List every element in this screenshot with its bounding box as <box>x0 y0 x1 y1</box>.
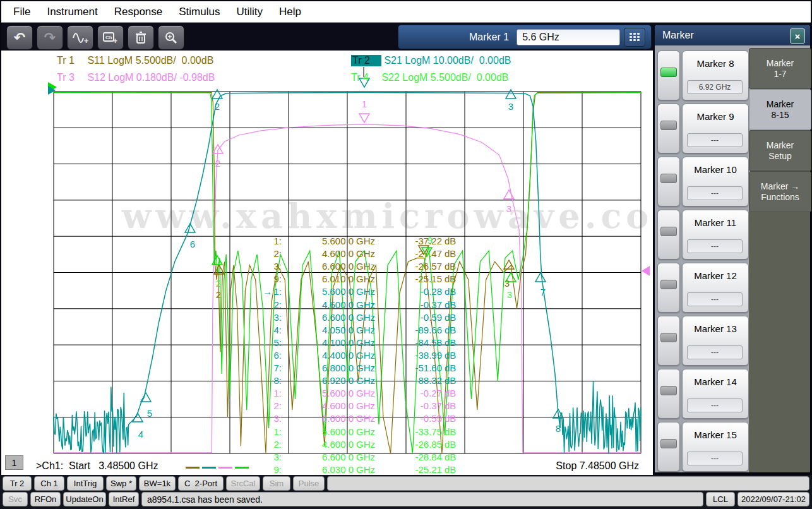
marker-index: 2: <box>258 248 282 259</box>
status-srccal[interactable]: SrcCal <box>226 476 260 491</box>
marker-frequency-unit: GHz <box>356 426 375 437</box>
marker-frequency: 4.600 0 <box>285 248 354 259</box>
marker-button-label: Marker 11 <box>683 217 748 228</box>
marker-value-unit: dB <box>445 439 456 450</box>
marker-toggle-marker-9[interactable] <box>657 104 680 153</box>
marker-index: 3: <box>258 312 282 323</box>
marker-button-value: --- <box>687 186 743 200</box>
status-intref[interactable]: IntRef <box>109 492 139 506</box>
marker-frequency-unit: GHz <box>356 273 375 284</box>
marker-index: 3: <box>258 413 282 424</box>
marker-button-value: 6.92 GHz <box>687 80 743 94</box>
status-updateon[interactable]: UpdateOn <box>63 492 106 506</box>
legend-swatch-violet <box>218 467 232 469</box>
status-tr-2[interactable]: Tr 2 <box>3 476 32 491</box>
marker-value: -0.59 <box>384 312 442 323</box>
marker-button-value: --- <box>687 452 743 465</box>
marker-9-button[interactable]: Marker 9--- <box>682 104 749 153</box>
trace-header-tr4[interactable]: Tr 4 S22 LogM 5.500dB/ 0.00dB <box>351 72 508 83</box>
toggle-led <box>660 280 677 289</box>
marker-index: 7: <box>258 362 282 373</box>
marker-frequency-unit: GHz <box>356 452 375 462</box>
marker-value: -25.21 <box>384 464 442 475</box>
marker-frequency-unit: GHz <box>356 439 375 450</box>
marker-value-unit: dB <box>445 400 456 411</box>
marker-value-unit: dB <box>445 362 456 373</box>
marker-toggle-marker-13[interactable] <box>657 316 680 366</box>
toggle-led <box>660 227 677 236</box>
tab-marker-8-15[interactable]: Marker 8-15 <box>749 89 811 130</box>
marker-toggle-marker-14[interactable] <box>657 369 680 419</box>
marker-toggle-marker-12[interactable] <box>657 263 680 313</box>
marker-toggle-marker-11[interactable] <box>657 210 680 260</box>
marker-value: -25.15 <box>384 273 442 284</box>
trace-format: S11 LogM 5.500dB/ 0.00dB <box>85 55 213 66</box>
marker-frequency: 4.600 0 <box>285 400 354 411</box>
marker-value-unit: dB <box>445 388 456 398</box>
marker-value: -33.75 <box>384 426 442 437</box>
marker-button-value: --- <box>687 239 743 253</box>
marker-index: 2: <box>258 299 282 310</box>
toggle-led <box>660 68 677 77</box>
close-icon[interactable]: × <box>790 28 805 44</box>
marker-11-button[interactable]: Marker 11--- <box>682 210 749 260</box>
marker-frequency: 5.600 0 <box>285 426 354 437</box>
marker-value: -26.85 <box>384 439 442 450</box>
marker-frequency: 4.600 0 <box>285 439 354 450</box>
marker-frequency-unit: GHz <box>356 286 375 297</box>
trace-header-tr3[interactable]: Tr 3 S12 LogM 0.180dB/ -0.98dB <box>57 72 215 83</box>
status-inttrig[interactable]: IntTrig <box>67 476 104 491</box>
marker-index: 3: <box>258 261 282 272</box>
marker-frequency: 4.600 0 <box>285 299 354 310</box>
tab-marker-setup[interactable]: Marker Setup <box>749 130 811 171</box>
marker-frequency: 4.050 0 <box>285 325 354 335</box>
marker-value: -0.28 <box>384 286 442 297</box>
marker-toggle-marker-8[interactable] <box>657 51 680 100</box>
marker-button-value: --- <box>687 398 743 412</box>
marker-8-button[interactable]: Marker 86.92 GHz <box>682 51 749 100</box>
marker-value: -37.22 <box>384 236 442 246</box>
marker-value-unit: dB <box>445 350 456 361</box>
status-bw=1k[interactable]: BW=1k <box>139 476 176 491</box>
status-pulse[interactable]: Pulse <box>293 476 325 491</box>
marker-value: -51.60 <box>384 362 442 373</box>
marker-13-button[interactable]: Marker 13--- <box>682 316 749 366</box>
marker-index: 4: <box>258 325 282 335</box>
legend-swatch-green <box>235 467 249 469</box>
marker-index: 1: <box>258 236 282 246</box>
marker-toggle-marker-15[interactable] <box>657 422 680 472</box>
marker-15-button[interactable]: Marker 15--- <box>682 422 749 472</box>
marker-index: 2: <box>258 439 282 450</box>
status-rfon[interactable]: RFOn <box>30 492 61 506</box>
status-ch-1[interactable]: Ch 1 <box>34 476 64 491</box>
marker-frequency-unit: GHz <box>356 413 375 424</box>
marker-value: -38.99 <box>384 350 442 361</box>
marker-value: -0.59 <box>384 413 442 424</box>
trace-format: S12 LogM 0.180dB/ -0.98dB <box>85 72 215 83</box>
marker-frequency-unit: GHz <box>356 236 375 246</box>
status-svc[interactable]: Svc <box>3 492 28 506</box>
marker-toggle-marker-10[interactable] <box>657 157 680 207</box>
marker-frequency: 4.400 0 <box>285 350 354 361</box>
marker-index: 1: <box>258 388 282 398</box>
channel-tab[interactable]: 1 <box>5 455 23 470</box>
marker-12-button[interactable]: Marker 12--- <box>682 263 749 313</box>
trace-header-tr2[interactable]: Tr 2 S21 LogM 10.00dB/ 0.00dB <box>351 55 511 66</box>
marker-value-unit: dB <box>445 261 456 272</box>
marker-frequency: 6.600 0 <box>285 261 354 272</box>
marker-frequency: 6.010 0 <box>285 273 354 284</box>
status-sim[interactable]: Sim <box>263 476 290 491</box>
trace-header-tr1[interactable]: Tr 1 S11 LogM 5.500dB/ 0.00dB <box>57 55 213 66</box>
marker-value: -0.37 <box>384 299 442 310</box>
marker-14-button[interactable]: Marker 14--- <box>682 369 749 419</box>
tab-marker-functions[interactable]: Marker → Functions <box>749 171 811 212</box>
status-c-2-port[interactable]: C 2-Port <box>178 476 224 491</box>
marker-10-button[interactable]: Marker 10--- <box>682 157 749 207</box>
status-lcl[interactable]: LCL <box>706 492 735 506</box>
tab-marker-1-7[interactable]: Marker 1-7 <box>749 48 811 89</box>
marker-frequency-unit: GHz <box>356 375 375 386</box>
status-swp-*[interactable]: Swp * <box>106 476 136 491</box>
marker-value-unit: dB <box>445 452 456 462</box>
marker-frequency-unit: GHz <box>356 464 375 475</box>
marker-index: 6: <box>258 350 282 361</box>
